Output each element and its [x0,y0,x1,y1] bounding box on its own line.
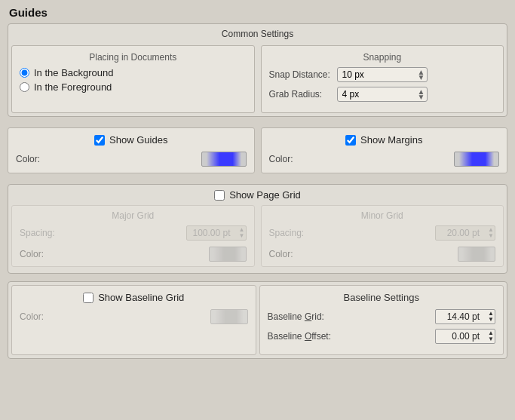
show-baseline-checkbox[interactable] [83,293,93,303]
show-margins-label: Show Margins [360,134,422,146]
snapping-col: Snapping Snap Distance: 1 px 2 px 4 px 5… [261,45,504,113]
placing-title: Placing in Documents [20,52,247,63]
major-spacing-wrapper[interactable]: ▲▼ [186,225,247,241]
page-grid-title-row[interactable]: Show Page Grid [8,185,507,204]
major-spacing-input[interactable] [186,225,247,241]
baseline-offset-wrapper[interactable]: ▲▼ [435,329,495,344]
page-title: Guides [0,0,515,23]
page-grid-section: Show Page Grid Major Grid Spacing: ▲▼ Co… [8,184,507,274]
minor-grid-col: Minor Grid Spacing: ▲▼ Color: [261,205,504,267]
grab-radius-select[interactable]: 1 px 2 px 4 px 5 px 10 px 20 px [337,87,428,102]
minor-spacing-label: Spacing: [269,228,311,238]
show-baseline-checkbox-row[interactable]: Show Baseline Grid [20,292,248,303]
baseline-cols: Show Baseline Grid Color: Baseline Setti… [8,282,507,358]
snap-distance-wrapper[interactable]: 1 px 2 px 4 px 5 px 10 px 20 px ▲▼ [337,67,428,82]
baseline-grid-arrows: ▲▼ [488,311,494,323]
major-spacing-row: Spacing: ▲▼ [20,225,247,241]
minor-grid-title: Minor Grid [269,210,496,221]
common-settings-row: Placing in Documents In the Background I… [8,42,507,116]
show-guides-checkbox[interactable] [94,135,105,146]
show-baseline-label: Show Baseline Grid [98,292,184,303]
baseline-left-col: Show Baseline Grid Color: [11,285,256,355]
baseline-offset-label: Baseline Offset: [268,331,351,342]
grab-radius-wrapper[interactable]: 1 px 2 px 4 px 5 px 10 px 20 px ▲▼ [337,87,428,102]
major-color-swatch[interactable] [209,247,247,262]
margins-color-swatch[interactable] [454,152,499,167]
common-settings-box: Common Settings Placing in Documents In … [8,23,507,117]
baseline-offset-arrows: ▲▼ [488,330,494,342]
show-page-grid-checkbox[interactable] [214,190,225,201]
baseline-right-col: Baseline Settings Baseline Grid: ▲▼ Base… [259,285,504,355]
minor-color-swatch[interactable] [458,247,495,262]
major-spacing-arrows: ▲▼ [239,227,245,239]
major-color-row: Color: [20,247,247,262]
minor-color-label: Color: [269,249,299,259]
baseline-color-label: Color: [20,311,50,322]
minor-spacing-input[interactable] [435,225,495,241]
placing-col: Placing in Documents In the Background I… [11,45,255,113]
minor-spacing-row: Spacing: ▲▼ [269,225,496,241]
show-guides-checkbox-row[interactable]: Show Guides [16,134,247,146]
common-settings-title: Common Settings [8,24,507,42]
guides-margins-row: Show Guides Color: Show Margins Color: [8,124,507,176]
baseline-grid-wrapper[interactable]: ▲▼ [435,309,495,324]
radio-foreground[interactable] [20,82,29,92]
baseline-offset-row: Baseline Offset: ▲▼ [268,329,496,344]
show-margins-checkbox-row[interactable]: Show Margins [269,134,500,146]
show-margins-col: Show Margins Color: [261,127,508,173]
grab-radius-row: Grab Radius: 1 px 2 px 4 px 5 px 10 px 2… [269,87,496,102]
show-guides-col: Show Guides Color: [8,127,255,173]
show-page-grid-label: Show Page Grid [229,189,301,201]
baseline-color-swatch[interactable] [210,309,248,324]
show-guides-label: Show Guides [109,134,167,146]
major-grid-col: Major Grid Spacing: ▲▼ Color: [11,205,255,267]
baseline-settings-title: Baseline Settings [268,292,496,303]
minor-color-row: Color: [269,247,496,262]
margins-color-row: Color: [269,152,500,167]
radio-foreground-row[interactable]: In the Foreground [20,81,247,93]
snapping-title: Snapping [269,52,496,63]
major-spacing-label: Spacing: [20,228,61,238]
radio-background-row[interactable]: In the Background [20,67,247,78]
baseline-grid-label: Baseline Grid: [268,311,351,322]
radio-foreground-label: In the Foreground [34,81,112,93]
snap-distance-select[interactable]: 1 px 2 px 4 px 5 px 10 px 20 px [337,67,428,82]
snap-distance-label: Snap Distance: [269,69,337,80]
minor-spacing-wrapper[interactable]: ▲▼ [435,225,495,241]
guides-color-label: Color: [16,154,46,164]
baseline-grid-input[interactable] [435,309,495,324]
grab-radius-label: Grab Radius: [269,89,337,100]
snap-distance-row: Snap Distance: 1 px 2 px 4 px 5 px 10 px… [269,67,496,82]
radio-background-label: In the Background [34,67,114,78]
margins-color-label: Color: [269,154,299,164]
baseline-grid-row: Baseline Grid: ▲▼ [268,309,496,324]
show-margins-checkbox[interactable] [345,135,356,146]
major-color-label: Color: [20,249,50,259]
baseline-offset-input[interactable] [435,329,495,344]
major-grid-title: Major Grid [20,210,247,221]
baseline-color-row: Color: [20,309,248,324]
baseline-section: Show Baseline Grid Color: Baseline Setti… [8,281,507,359]
guides-color-row: Color: [16,152,247,167]
radio-background[interactable] [20,68,29,78]
minor-spacing-arrows: ▲▼ [488,227,494,239]
guides-color-swatch[interactable] [201,152,247,167]
grid-sub-cols: Major Grid Spacing: ▲▼ Color: Minor Grid [8,204,507,268]
